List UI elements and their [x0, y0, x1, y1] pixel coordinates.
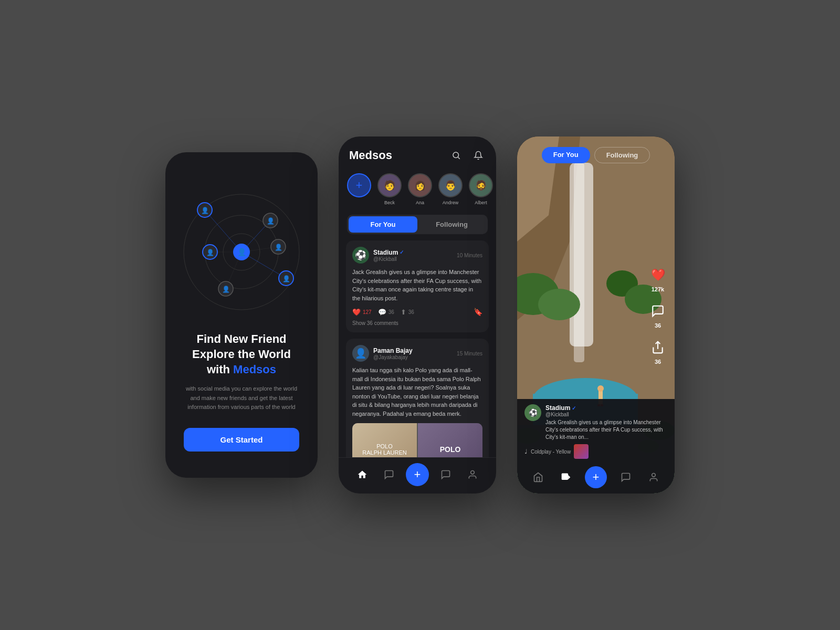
nav-plus[interactable]: + — [406, 463, 429, 486]
story-name-beck: Beck — [384, 200, 395, 205]
post-author-2: 👤 Paman Bajay @Jayakabajay — [352, 345, 413, 362]
svg-rect-46 — [562, 474, 569, 480]
share-action-video[interactable]: 36 — [648, 338, 667, 365]
tab-following[interactable]: Following — [417, 216, 486, 233]
svg-marker-47 — [568, 475, 570, 479]
heart-icon: ❤️ — [352, 308, 361, 316]
ph3-nav-profile[interactable] — [645, 468, 663, 486]
comment-count-video: 36 — [655, 322, 661, 329]
ph3-author-avatar: ⚽ — [524, 404, 541, 421]
post-paman: 👤 Paman Bajay @Jayakabajay 15 Minutes Ka… — [346, 339, 489, 457]
story-avatar-beck: 🧑 — [377, 173, 402, 197]
network-visualization: 👤 👤 👤 👤 👤 👤 👤 — [165, 152, 318, 352]
heart-icon-video: ❤️ — [648, 266, 667, 285]
feed-tabs: For You Following — [347, 215, 488, 234]
ph3-post-content: Stadium ✓ @Kickball Jack Grealish gives … — [545, 404, 667, 441]
bookmark-btn-1[interactable]: 🔖 — [474, 308, 482, 316]
post-text-2: Kalian tau ngga sih kalo Polo yang ada d… — [352, 366, 482, 418]
comment-action-video[interactable]: 36 — [648, 302, 667, 329]
svg-text:👤: 👤 — [222, 285, 230, 293]
post-time-1: 10 Minutes — [457, 253, 482, 258]
svg-line-24 — [458, 157, 459, 159]
author-avatar-stadium: ⚽ — [352, 247, 369, 264]
brand-name: Medsos — [233, 363, 276, 376]
author-info-2: Paman Bajay @Jayakabajay — [373, 347, 413, 360]
music-note-icon: ♩ — [524, 448, 528, 455]
share-action-1[interactable]: ⬆ 36 — [401, 308, 414, 316]
network-svg: 👤 👤 👤 👤 👤 👤 👤 — [173, 168, 310, 336]
svg-text:👤: 👤 — [206, 248, 214, 256]
post-actions-1: ❤️ 127 💬 36 ⬆ 36 🔖 — [352, 308, 482, 316]
svg-point-25 — [470, 471, 474, 475]
svg-point-23 — [453, 152, 459, 158]
story-add[interactable]: + — [347, 173, 371, 197]
svg-text:👤: 👤 — [201, 206, 209, 214]
music-info: ♩ Coldplay - Yellow — [524, 444, 667, 459]
video-overlay: For You Following ❤️ 127k 36 — [517, 136, 675, 494]
author-avatar-paman: 👤 — [352, 345, 369, 362]
nav-comment[interactable] — [380, 465, 398, 484]
app-logo: Medsos — [349, 149, 392, 162]
svg-text:👤: 👤 — [237, 248, 247, 257]
ph3-nav-chat[interactable] — [617, 468, 635, 486]
video-post-info: ⚽ Stadium ✓ @Kickball Jack Grealish give… — [524, 404, 667, 441]
story-avatar-albert: 🧔 — [469, 173, 493, 197]
story-avatar-andrew: 👨 — [438, 173, 463, 197]
ph3-verified: ✓ — [572, 405, 576, 411]
share-icon-video — [648, 338, 667, 357]
verified-badge-1: ✓ — [400, 249, 404, 255]
story-andrew[interactable]: 👨 Andrew — [438, 173, 463, 205]
author-name-paman: Paman Bajay — [373, 347, 413, 354]
nav-chat[interactable] — [436, 465, 455, 484]
video-bottom-panel: ⚽ Stadium ✓ @Kickball Jack Grealish give… — [517, 399, 675, 494]
ph3-nav-plus[interactable]: + — [585, 466, 607, 488]
video-tabs: For You Following — [517, 136, 675, 169]
search-icon[interactable] — [449, 148, 464, 163]
comment-icon: 💬 — [378, 308, 386, 316]
like-action-video[interactable]: ❤️ 127k — [648, 266, 667, 292]
post-stadium: ⚽ Stadium ✓ @Kickball 10 Minutes Jack Gr… — [346, 240, 489, 332]
share-count-video: 36 — [655, 359, 661, 365]
ph3-author-name: Stadium ✓ — [545, 404, 667, 412]
like-count-video: 127k — [652, 286, 664, 292]
post-author-1: ⚽ Stadium ✓ @Kickball — [352, 247, 404, 264]
svg-point-48 — [652, 474, 655, 477]
story-add-avatar: + — [347, 173, 371, 197]
svg-text:👤: 👤 — [267, 217, 275, 225]
author-info-1: Stadium ✓ @Kickball — [373, 249, 404, 262]
ph3-post-text: Jack Grealish gives us a glimpse into Ma… — [545, 419, 667, 441]
svg-text:👤: 👤 — [282, 275, 290, 282]
ph3-tab-for-you[interactable]: For You — [542, 147, 590, 163]
like-action-1[interactable]: ❤️ 127 — [352, 308, 372, 316]
tab-for-you[interactable]: For You — [349, 216, 417, 233]
ph3-tab-following[interactable]: Following — [594, 147, 650, 163]
post-image-2: POLORALPH LAUREN POLO — [352, 423, 482, 457]
notification-icon[interactable] — [471, 148, 486, 163]
author-name-stadium: Stadium ✓ — [373, 249, 404, 256]
onboarding-subtitle: with social media you can explore the wo… — [181, 384, 302, 412]
ph3-nav-home[interactable] — [529, 468, 547, 486]
comment-action-1[interactable]: 💬 36 — [378, 308, 394, 316]
share-icon: ⬆ — [401, 308, 406, 316]
phone-video: For You Following ❤️ 127k 36 — [517, 136, 675, 494]
ph3-nav-video[interactable] — [557, 468, 575, 486]
post-header-1: ⚽ Stadium ✓ @Kickball 10 Minutes — [352, 247, 482, 264]
nav-profile[interactable] — [463, 465, 482, 484]
story-albert[interactable]: 🧔 Albert — [469, 173, 493, 205]
header-icons — [449, 148, 486, 163]
ph3-handle: @Kickball — [545, 412, 667, 417]
nav-home[interactable] — [353, 465, 372, 484]
story-name-albert: Albert — [475, 200, 487, 205]
show-comments-1[interactable]: Show 36 comments — [352, 320, 482, 326]
video-right-actions: ❤️ 127k 36 36 — [648, 266, 667, 365]
get-started-button[interactable]: Get Started — [184, 428, 299, 452]
story-ana[interactable]: 👩 Ana — [408, 173, 432, 205]
feed-content: ⚽ Stadium ✓ @Kickball 10 Minutes Jack Gr… — [339, 240, 496, 457]
bottom-nav: + — [339, 457, 496, 494]
stories-row: + 🧑 Beck 👩 Ana 👨 Andrew 🧔 Albert 👱 Steph… — [339, 169, 496, 213]
comment-icon-video — [648, 302, 667, 321]
phone-feed: Medsos + 🧑 Beck 👩 Ana — [339, 136, 496, 494]
story-beck[interactable]: 🧑 Beck — [377, 173, 402, 205]
story-name-andrew: Andrew — [443, 200, 459, 205]
ph3-bottom-nav: + — [524, 463, 667, 488]
